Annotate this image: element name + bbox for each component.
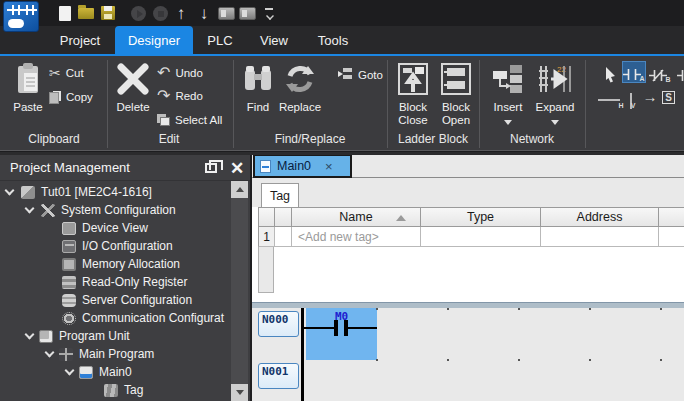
float-panel-button[interactable]: [200, 157, 222, 179]
selected-cell[interactable]: M0: [306, 308, 377, 360]
new-file-icon[interactable]: [55, 3, 75, 23]
tree-item-program-unit[interactable]: Program Unit: [0, 327, 233, 345]
editor-area: Main0 × Tag Name Type Address 1 <Add new…: [252, 155, 684, 401]
network-label-n001[interactable]: N001: [258, 363, 299, 389]
insert-network-icon: [492, 60, 524, 98]
panel-header: Project Management ✕: [0, 155, 250, 181]
replace-label: Replace: [279, 101, 321, 113]
open-file-icon[interactable]: [76, 3, 96, 23]
tab-main0[interactable]: Main0 ×: [253, 155, 352, 178]
delete-label: Delete: [116, 101, 149, 113]
tree-item-memory-allocation[interactable]: Memory Allocation: [0, 255, 233, 273]
contact-b-tool[interactable]: B: [648, 61, 672, 83]
address-cell[interactable]: [541, 227, 659, 247]
tag-icon: [104, 384, 118, 397]
tree-item-io-configuration[interactable]: I/O Configuration: [0, 237, 233, 255]
tab-designer[interactable]: Designer: [115, 26, 193, 54]
scroll-up-button[interactable]: [231, 181, 248, 198]
paste-label: Paste: [13, 101, 42, 113]
app-logo-icon[interactable]: [3, 1, 39, 32]
select-pointer-tool[interactable]: [598, 61, 622, 83]
tree-scrollbar[interactable]: [231, 181, 248, 401]
device-write-icon[interactable]: [216, 3, 236, 23]
horizontal-line-tool[interactable]: H: [598, 87, 624, 109]
insert-network-button[interactable]: Insert: [488, 60, 528, 113]
chevron-down-icon[interactable]: [25, 203, 35, 213]
block-close-label: BlockClose: [398, 101, 427, 127]
project-tree: Tut01 [ME2C4-1616] System Configuration …: [0, 181, 233, 401]
expand-network-icon: 22: [537, 60, 573, 98]
wire-segment: [347, 327, 377, 329]
chevron-down-icon[interactable]: [45, 347, 55, 357]
set-tool[interactable]: S: [660, 86, 677, 108]
expand-dropdown-arrow-icon[interactable]: [551, 120, 559, 125]
contact-tool-clipped[interactable]: [674, 61, 684, 83]
toolbar-overflow-icon[interactable]: [259, 3, 279, 23]
row-number-cell: 1: [258, 227, 275, 247]
clipped-column-header: [659, 207, 684, 227]
tree-item-main0[interactable]: Main0: [0, 363, 233, 381]
row-select-cell[interactable]: [275, 227, 292, 247]
block-open-button[interactable]: BlockOpen: [437, 60, 475, 127]
scroll-down-button[interactable]: [231, 384, 248, 401]
no-contact-icon[interactable]: [334, 320, 338, 336]
close-panel-button[interactable]: ✕: [226, 157, 248, 179]
tree-item-communication-configuration[interactable]: Communication Configurat: [0, 309, 233, 327]
tab-tools[interactable]: Tools: [308, 26, 358, 54]
tree-item-device-view[interactable]: Device View: [0, 219, 233, 237]
replace-icon: [284, 60, 316, 98]
network-group-label: Network: [479, 132, 585, 148]
chevron-down-icon[interactable]: [5, 185, 15, 195]
copy-button[interactable]: Copy: [49, 89, 93, 105]
address-column-header[interactable]: Address: [541, 207, 659, 227]
tree-item-tag[interactable]: Tag: [0, 381, 233, 399]
find-button[interactable]: Find: [240, 60, 276, 113]
device-read-icon[interactable]: [237, 3, 257, 23]
tab-plc[interactable]: PLC: [198, 26, 242, 54]
block-close-button[interactable]: BlockClose: [394, 60, 432, 127]
tree-item-main-program[interactable]: Main Program: [0, 345, 233, 363]
arrow-tool[interactable]: →: [640, 85, 660, 107]
goto-button[interactable]: Goto: [337, 67, 383, 83]
save-file-icon[interactable]: [98, 3, 118, 23]
delete-button[interactable]: Delete: [113, 60, 153, 113]
chevron-down-icon[interactable]: [25, 329, 35, 339]
contact-a-tool[interactable]: A: [622, 61, 646, 83]
read-only-register-icon: [62, 276, 76, 289]
redo-icon: ↷: [157, 88, 170, 104]
title-bar: ↑ ↓: [0, 0, 684, 26]
tab-tag[interactable]: Tag: [261, 183, 299, 207]
chevron-down-icon[interactable]: [65, 365, 75, 375]
download-arrow-icon[interactable]: ↓: [194, 3, 214, 23]
expand-network-button[interactable]: 22 Expand: [533, 60, 577, 113]
tree-item-project[interactable]: Tut01 [ME2C4-1616]: [0, 183, 233, 201]
cut-icon: ✂: [49, 66, 61, 80]
type-cell[interactable]: [421, 227, 541, 247]
insert-dropdown-arrow-icon[interactable]: [504, 120, 512, 125]
tree-item-system-configuration[interactable]: System Configuration: [0, 201, 233, 219]
tab-view[interactable]: View: [250, 26, 298, 54]
delete-icon: [116, 60, 150, 98]
ladder-editor[interactable]: N000 N001 M0: [252, 308, 684, 401]
upload-arrow-icon[interactable]: ↑: [171, 3, 191, 23]
tree-item-read-only-register[interactable]: Read-Only Register: [0, 273, 233, 291]
paste-button[interactable]: Paste: [8, 60, 48, 113]
no-contact-icon[interactable]: [344, 320, 348, 336]
tab-project[interactable]: Project: [48, 26, 112, 54]
vertical-line-tool[interactable]: V: [624, 87, 640, 109]
replace-button[interactable]: Replace: [276, 60, 324, 113]
select-all-button[interactable]: Select All: [157, 112, 222, 128]
tree-item-server-configuration[interactable]: Server Configuration: [0, 291, 233, 309]
tab-close-icon[interactable]: ×: [325, 159, 333, 174]
redo-button[interactable]: ↷ Redo: [157, 88, 203, 104]
type-column-header[interactable]: Type: [421, 207, 541, 227]
name-column-header[interactable]: Name: [292, 207, 421, 227]
add-new-tag-cell[interactable]: <Add new tag>: [292, 227, 421, 247]
sub-tab-strip: Tag: [252, 178, 684, 207]
block-close-icon: [398, 60, 428, 98]
network-label-n000[interactable]: N000: [258, 311, 299, 337]
undo-button[interactable]: ↶ Undo: [157, 65, 203, 81]
ribbon: Paste ✂ Cut Copy Clipboard Delete ↶ Undo…: [0, 56, 684, 151]
expand-network-label: Expand: [535, 101, 574, 113]
cut-button[interactable]: ✂ Cut: [49, 65, 84, 81]
